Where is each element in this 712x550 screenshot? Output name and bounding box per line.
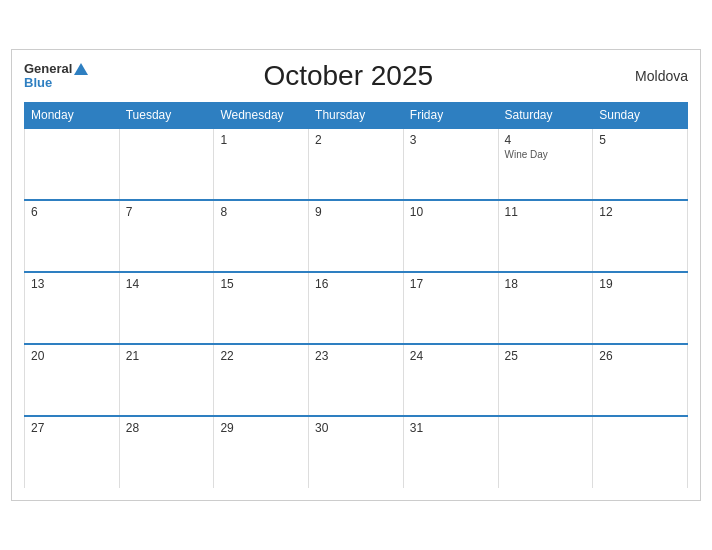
- day-header-wednesday: Wednesday: [214, 103, 309, 129]
- day-number: 19: [599, 277, 681, 291]
- calendar-cell: 9: [309, 200, 404, 272]
- calendar-cell: 22: [214, 344, 309, 416]
- calendar-cell: 10: [403, 200, 498, 272]
- day-header-sunday: Sunday: [593, 103, 688, 129]
- day-number: 12: [599, 205, 681, 219]
- day-header-friday: Friday: [403, 103, 498, 129]
- day-number: 22: [220, 349, 302, 363]
- calendar-cell: [25, 128, 120, 200]
- calendar-container: General Blue October 2025 Moldova Monday…: [11, 49, 701, 501]
- day-number: 4: [505, 133, 587, 147]
- day-number: 18: [505, 277, 587, 291]
- day-number: 21: [126, 349, 208, 363]
- calendar-cell: [498, 416, 593, 488]
- calendar-week-row: 2728293031: [25, 416, 688, 488]
- calendar-cell: 28: [119, 416, 214, 488]
- day-number: 8: [220, 205, 302, 219]
- calendar-cell: 23: [309, 344, 404, 416]
- calendar-cell: 20: [25, 344, 120, 416]
- calendar-cell: 8: [214, 200, 309, 272]
- calendar-cell: 26: [593, 344, 688, 416]
- calendar-cell: 21: [119, 344, 214, 416]
- calendar-week-row: 13141516171819: [25, 272, 688, 344]
- day-number: 29: [220, 421, 302, 435]
- calendar-cell: 4Wine Day: [498, 128, 593, 200]
- calendar-cell: [593, 416, 688, 488]
- calendar-week-row: 6789101112: [25, 200, 688, 272]
- calendar-thead: MondayTuesdayWednesdayThursdayFridaySatu…: [25, 103, 688, 129]
- logo-triangle-icon: [74, 63, 88, 75]
- calendar-country: Moldova: [608, 68, 688, 84]
- calendar-cell: 1: [214, 128, 309, 200]
- logo-general-text: General: [24, 62, 72, 76]
- day-number: 20: [31, 349, 113, 363]
- day-number: 25: [505, 349, 587, 363]
- calendar-cell: 27: [25, 416, 120, 488]
- day-number: 7: [126, 205, 208, 219]
- day-header-monday: Monday: [25, 103, 120, 129]
- calendar-week-row: 20212223242526: [25, 344, 688, 416]
- days-header-row: MondayTuesdayWednesdayThursdayFridaySatu…: [25, 103, 688, 129]
- day-number: 30: [315, 421, 397, 435]
- calendar-tbody: 1234Wine Day5678910111213141516171819202…: [25, 128, 688, 488]
- day-number: 27: [31, 421, 113, 435]
- calendar-cell: 13: [25, 272, 120, 344]
- logo: General Blue: [24, 62, 88, 91]
- day-number: 23: [315, 349, 397, 363]
- day-number: 17: [410, 277, 492, 291]
- day-number: 16: [315, 277, 397, 291]
- logo-blue-text: Blue: [24, 76, 88, 90]
- calendar-cell: 18: [498, 272, 593, 344]
- day-number: 3: [410, 133, 492, 147]
- day-number: 2: [315, 133, 397, 147]
- day-number: 26: [599, 349, 681, 363]
- day-event: Wine Day: [505, 149, 587, 160]
- calendar-cell: 14: [119, 272, 214, 344]
- day-header-tuesday: Tuesday: [119, 103, 214, 129]
- day-header-thursday: Thursday: [309, 103, 404, 129]
- day-number: 28: [126, 421, 208, 435]
- calendar-week-row: 1234Wine Day5: [25, 128, 688, 200]
- calendar-cell: 15: [214, 272, 309, 344]
- day-number: 15: [220, 277, 302, 291]
- calendar-cell: 16: [309, 272, 404, 344]
- calendar-cell: 17: [403, 272, 498, 344]
- day-number: 14: [126, 277, 208, 291]
- day-number: 31: [410, 421, 492, 435]
- calendar-header: General Blue October 2025 Moldova: [24, 60, 688, 92]
- day-number: 11: [505, 205, 587, 219]
- day-number: 9: [315, 205, 397, 219]
- calendar-cell: 19: [593, 272, 688, 344]
- day-number: 24: [410, 349, 492, 363]
- day-number: 5: [599, 133, 681, 147]
- calendar-title: October 2025: [88, 60, 608, 92]
- calendar-grid: MondayTuesdayWednesdayThursdayFridaySatu…: [24, 102, 688, 488]
- calendar-cell: 31: [403, 416, 498, 488]
- calendar-cell: 3: [403, 128, 498, 200]
- logo-general: General: [24, 62, 88, 76]
- calendar-cell: 30: [309, 416, 404, 488]
- calendar-cell: [119, 128, 214, 200]
- calendar-cell: 11: [498, 200, 593, 272]
- calendar-cell: 24: [403, 344, 498, 416]
- calendar-cell: 2: [309, 128, 404, 200]
- calendar-cell: 25: [498, 344, 593, 416]
- calendar-cell: 6: [25, 200, 120, 272]
- calendar-cell: 7: [119, 200, 214, 272]
- day-number: 6: [31, 205, 113, 219]
- day-number: 1: [220, 133, 302, 147]
- day-number: 13: [31, 277, 113, 291]
- day-header-saturday: Saturday: [498, 103, 593, 129]
- day-number: 10: [410, 205, 492, 219]
- calendar-cell: 29: [214, 416, 309, 488]
- calendar-cell: 12: [593, 200, 688, 272]
- calendar-cell: 5: [593, 128, 688, 200]
